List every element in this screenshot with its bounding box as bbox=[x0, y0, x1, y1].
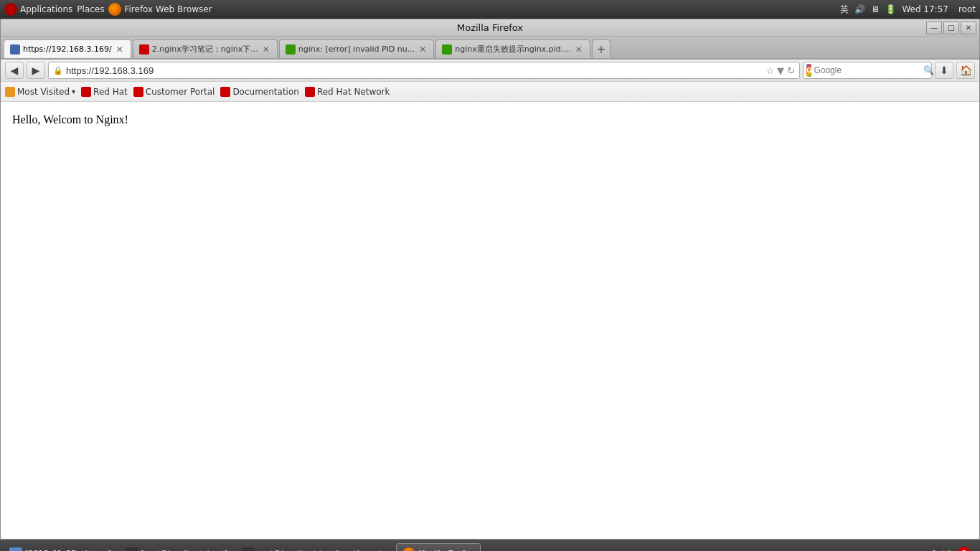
redhat-network-icon bbox=[305, 87, 315, 97]
applications-label[interactable]: Applications bbox=[20, 4, 72, 14]
terminal-lnmp-icon bbox=[242, 547, 255, 552]
tabs-bar: https://192.168.3.169/ ✕ 2.nginx学习笔记：ngi… bbox=[1, 37, 979, 60]
fedora-icon bbox=[4, 3, 17, 16]
bookmark-redhat-network[interactable]: Red Hat Network bbox=[305, 87, 390, 97]
taskbar-item-picture[interactable]: [2016_01_23_picture] bbox=[3, 543, 118, 552]
home-button[interactable]: 🏠 bbox=[956, 62, 975, 79]
applications-menu[interactable]: Applications bbox=[4, 3, 72, 16]
new-tab-button[interactable]: + bbox=[592, 39, 611, 58]
url-bar[interactable] bbox=[66, 65, 763, 76]
firefox-titlebar: Mozilla Firefox — □ ✕ bbox=[1, 19, 979, 37]
documentation-icon bbox=[220, 87, 230, 97]
download-button[interactable]: ⬇ bbox=[935, 62, 953, 79]
tab-4-label: nginx重启失败提示nginx.pid.... bbox=[455, 44, 571, 55]
clock: Wed 17:57 bbox=[902, 4, 948, 14]
bookmark-redhat-network-label: Red Hat Network bbox=[317, 87, 390, 97]
system-icons: 英 🔊 🖥 🔋 Wed 17:57 root bbox=[840, 4, 976, 16]
bookmark-documentation-label: Documentation bbox=[232, 87, 299, 97]
places-menu[interactable]: Places bbox=[77, 4, 104, 14]
firefox-window: Mozilla Firefox — □ ✕ https://192.168.3.… bbox=[0, 19, 980, 540]
tab-4-favicon bbox=[442, 44, 452, 55]
url-dropdown-icon[interactable]: ▼ bbox=[777, 65, 784, 76]
page-number-badge: 1 bbox=[957, 547, 971, 552]
bookmark-star-icon[interactable]: ☆ bbox=[765, 65, 774, 76]
volume-icon: 🔊 bbox=[854, 4, 865, 14]
window-controls: — □ ✕ bbox=[926, 22, 976, 34]
maximize-button[interactable]: □ bbox=[943, 22, 959, 34]
bookmark-redhat[interactable]: Red Hat bbox=[81, 87, 128, 97]
browser-indicator: Firefox Web Browser bbox=[108, 3, 212, 16]
tab-1-favicon bbox=[10, 44, 20, 55]
taskbar-bottom: [2016_01_23_picture] [root@localhost:/mn… bbox=[0, 540, 980, 551]
tab-1-label: https://192.168.3.169/ bbox=[23, 44, 112, 54]
search-bar-container[interactable]: G 🔍 bbox=[803, 62, 932, 79]
bookmark-most-visited[interactable]: Most Visited ▾ bbox=[5, 87, 75, 97]
redhat-bm-icon bbox=[81, 87, 91, 97]
taskbar-right: 1 / 4 1 bbox=[926, 547, 977, 552]
browser-label: Firefox Web Browser bbox=[124, 4, 212, 14]
search-go-button[interactable]: 🔍 bbox=[923, 65, 934, 75]
battery-icon: 🔋 bbox=[885, 4, 896, 14]
taskbar-firefox-icon bbox=[402, 547, 415, 552]
tab-3[interactable]: nginx: [error] invalid PID nu... ✕ bbox=[279, 39, 435, 58]
tab-3-label: nginx: [error] invalid PID nu... bbox=[298, 44, 415, 54]
minimize-button[interactable]: — bbox=[926, 22, 942, 34]
tab-2[interactable]: 2.nginx学习笔记：nginx下... ✕ bbox=[133, 39, 278, 58]
firefox-small-icon bbox=[108, 3, 121, 16]
url-bar-container[interactable]: 🔒 ☆ ▼ ↻ bbox=[48, 62, 800, 79]
page-hello-text: Hello, Welcom to Nginx! bbox=[12, 113, 968, 126]
tab-2-favicon bbox=[139, 44, 149, 55]
bookmark-redhat-label: Red Hat bbox=[93, 87, 128, 97]
reload-icon[interactable]: ↻ bbox=[787, 65, 795, 76]
tab-4[interactable]: nginx重启失败提示nginx.pid.... ✕ bbox=[435, 39, 590, 58]
page-content: Hello, Welcom to Nginx! bbox=[1, 102, 979, 539]
tab-1[interactable]: https://192.168.3.169/ ✕ bbox=[4, 39, 131, 58]
network-icon: 🖥 bbox=[871, 4, 880, 14]
tab-2-close[interactable]: ✕ bbox=[261, 44, 271, 55]
taskbar-item-terminal-mnt[interactable]: [root@localhost:/mnt] bbox=[119, 543, 234, 552]
nav-bar: ◀ ▶ 🔒 ☆ ▼ ↻ G 🔍 ⬇ 🏠 bbox=[1, 60, 979, 82]
customer-portal-icon bbox=[133, 87, 143, 97]
back-button[interactable]: ◀ bbox=[5, 62, 24, 79]
taskbar-item-firefox[interactable]: Mozilla Firefox bbox=[396, 543, 481, 552]
close-button[interactable]: ✕ bbox=[961, 22, 976, 34]
google-search-icon: G bbox=[806, 64, 811, 77]
bookmark-customer-portal[interactable]: Customer Portal bbox=[133, 87, 215, 97]
picture-icon bbox=[9, 547, 22, 552]
most-visited-chevron: ▾ bbox=[72, 88, 75, 95]
page-indicator: 1 / 4 bbox=[932, 549, 951, 552]
bookmark-documentation[interactable]: Documentation bbox=[220, 87, 299, 97]
most-visited-icon bbox=[5, 87, 15, 97]
user-label: root bbox=[958, 4, 976, 14]
tab-1-close[interactable]: ✕ bbox=[115, 44, 125, 55]
lang-indicator: 英 bbox=[840, 4, 849, 16]
tab-3-favicon bbox=[286, 44, 296, 55]
taskbar-item-terminal-lnmp[interactable]: root@localhost:/usr/local/lnmp/... bbox=[235, 543, 395, 552]
system-topbar: Applications Places Firefox Web Browser … bbox=[0, 0, 980, 19]
search-input[interactable] bbox=[814, 65, 921, 75]
firefox-title: Mozilla Firefox bbox=[457, 22, 523, 33]
bookmark-customer-portal-label: Customer Portal bbox=[146, 87, 215, 97]
tab-3-close[interactable]: ✕ bbox=[418, 44, 428, 55]
bookmark-most-visited-label: Most Visited bbox=[17, 87, 70, 97]
tab-2-label: 2.nginx学习笔记：nginx下... bbox=[152, 44, 258, 55]
bookmarks-bar: Most Visited ▾ Red Hat Customer Portal D… bbox=[1, 82, 979, 102]
url-bar-icons: ☆ ▼ ↻ bbox=[765, 65, 795, 76]
tab-4-close[interactable]: ✕ bbox=[574, 44, 584, 55]
terminal-mnt-icon bbox=[126, 547, 138, 552]
lock-icon: 🔒 bbox=[53, 66, 63, 75]
forward-button[interactable]: ▶ bbox=[27, 62, 45, 79]
